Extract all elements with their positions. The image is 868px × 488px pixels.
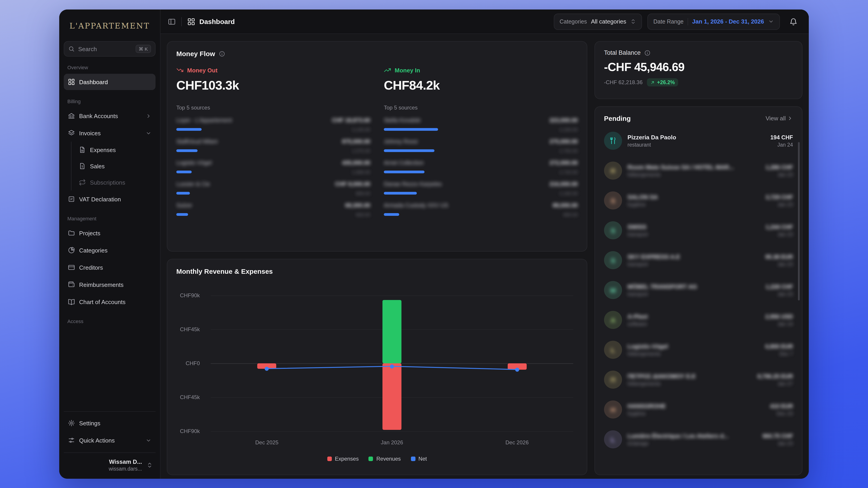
sidebar-item-label: Quick Actions	[79, 437, 115, 444]
avatar-letter: A	[611, 316, 616, 324]
sidebar-item-label: Reimbursements	[79, 281, 124, 288]
pending-date: Jan 23	[766, 202, 793, 207]
view-all-link[interactable]: View all	[766, 115, 793, 122]
source-row: Lussier & Cie CHF 8,000.00 889.00	[176, 181, 370, 196]
nav-children: Expenses $ Sales Subscriptions	[71, 142, 156, 191]
sidebar: L'APPARTEMENT Search ⌘ K Overview Dashbo…	[59, 9, 160, 479]
total-balance-amount: -CHF 45,946.69	[604, 60, 793, 74]
sidebar-item-chart-of-accounts[interactable]: Chart of Accounts	[64, 294, 156, 310]
categories-filter[interactable]: Categories All categories	[554, 13, 642, 30]
date-range-label: Date Range	[653, 18, 684, 25]
sidebar-item-sales[interactable]: $ Sales	[74, 159, 156, 174]
chevron-down-icon	[146, 130, 151, 136]
pending-item[interactable]: A A-Plast software 2,956 USD Jan 14	[604, 305, 793, 335]
money-in-column: Money In CHF84.2k Top 5 sources Stella K…	[384, 59, 578, 217]
pending-item[interactable]: Π ΠΕΤΡΟΣ ΔΙΑΚΟΜΟΥ Ε.Ε hébergements 8,796…	[604, 365, 793, 395]
x-tick-label: Jan 2026	[381, 439, 403, 446]
source-bar	[384, 128, 438, 131]
sidebar-item-vat-declaration[interactable]: VAT Declaration	[64, 191, 156, 207]
sidebar-item-subscriptions[interactable]: Subscriptions	[74, 175, 156, 190]
sidebar-item-categories[interactable]: Categories	[64, 242, 156, 258]
sidebar-nav: Overview DashboardBilling Bank Accounts …	[64, 57, 156, 327]
avatar-letter: S	[611, 197, 615, 204]
pending-category: transport	[627, 291, 760, 297]
nav-section-label: Management	[64, 208, 156, 224]
sidebar-item-projects[interactable]: Projects	[64, 225, 156, 241]
pending-item[interactable]: R Room Mate Suisse SA / HOTEL MAR... héb…	[604, 156, 793, 185]
date-range-filter[interactable]: Date Range Jan 1, 2026 - Dec 31, 2026	[648, 13, 780, 30]
source-amount: 223,000.00	[550, 117, 578, 123]
pending-category: hébergements	[627, 172, 760, 177]
pending-item[interactable]: H HANSGROHE hygiène 410 EUR Dec 23	[604, 395, 793, 424]
info-icon[interactable]	[219, 51, 225, 57]
user-menu[interactable]: Wissam D... wissam.dars...	[64, 453, 156, 473]
sidebar-item-bank-accounts[interactable]: Bank Accounts	[64, 108, 156, 124]
chart-legend: Expenses Revenues Net	[167, 456, 587, 462]
pending-amount: 2,956 USD	[765, 313, 793, 320]
net-point	[390, 364, 394, 368]
pending-amount: 6,800 EUR	[765, 343, 793, 349]
avatar-letter: L	[611, 346, 615, 354]
sidebar-item-label: Invoices	[79, 130, 101, 137]
sidebar-item-reimbursements[interactable]: Reimbursements	[64, 277, 156, 293]
pending-avatar: Π	[604, 371, 622, 389]
y-tick-label: CHF0	[186, 360, 200, 367]
legend-item-expenses: Expenses	[327, 456, 359, 462]
pending-name: Room Mate Suisse SA / HOTEL MAR...	[627, 164, 760, 171]
pending-date: Dec 7	[765, 351, 793, 356]
source-amount: CHF 8,000.00	[335, 181, 370, 187]
pending-item[interactable]: S SWISS transport 1,244 CHF Jan 23	[604, 216, 793, 245]
source-subamount: 880.00	[563, 212, 578, 217]
source-name: Lussier & Cie	[176, 181, 210, 187]
pie-icon	[68, 247, 75, 254]
sidebar-item-creditors[interactable]: Creditors	[64, 259, 156, 276]
sidebar-item-dashboard[interactable]: Dashboard	[64, 74, 156, 90]
notifications-button[interactable]	[785, 13, 802, 30]
info-icon[interactable]	[644, 50, 651, 56]
pending-item[interactable]: S SALON SA hygiène 3,729 CHF Jan 23	[604, 185, 793, 216]
legend-label: Expenses	[335, 456, 359, 462]
sidebar-item-expenses[interactable]: Expenses	[74, 142, 156, 157]
pending-item[interactable]: M MÖBEL TRANSPORT AG transport 1,228 CHF…	[604, 275, 793, 305]
source-amount: 272,000.00	[550, 160, 578, 166]
source-amount: 875,000.00	[342, 139, 370, 145]
source-bar	[384, 171, 425, 173]
sidebar-item-settings[interactable]: Settings	[64, 415, 156, 431]
source-amount: 275,000.00	[550, 139, 578, 145]
pending-item[interactable]: L Lumière Électrique / Les Ateliers d...…	[604, 424, 793, 454]
pending-avatar: A	[604, 311, 622, 329]
pending-amount: 8,796.25 EUR	[757, 373, 793, 379]
pending-item[interactable]: Pizzeria Da Paolo restaurant 194 CHF Jan…	[604, 126, 793, 156]
sidebar-item-label: Bank Accounts	[79, 112, 118, 119]
content: Money Flow Money Out CHF103.3k Top 5 sou…	[160, 34, 809, 479]
legend-label: Revenues	[376, 456, 401, 462]
pending-item[interactable]: L Logistic-Vögel hébergements 6,800 EUR …	[604, 335, 793, 365]
source-row: Sulzer 68,300.00 683.00	[176, 202, 370, 217]
search-input[interactable]: Search ⌘ K	[64, 41, 156, 57]
bell-icon	[789, 18, 798, 26]
pending-amount: 1,228 CHF	[766, 284, 793, 290]
sidebar-item-invoices[interactable]: Invoices	[64, 125, 156, 141]
layers-icon	[68, 130, 75, 137]
pending-title: Pending	[604, 114, 631, 122]
pending-scrollbar[interactable]	[798, 142, 800, 300]
source-subamount: 889.00	[356, 191, 370, 196]
search-shortcut: ⌘ K	[135, 45, 151, 53]
source-name: Armada Custody XXV US	[384, 202, 448, 209]
sidebar-toggle-icon[interactable]	[168, 18, 176, 26]
card-icon	[68, 264, 75, 271]
search-placeholder: Search	[78, 46, 97, 52]
pending-date: Dec 23	[770, 411, 793, 416]
gear-icon	[68, 420, 75, 427]
pending-category: éclairage	[627, 441, 757, 446]
pending-amount: 1,286 CHF	[766, 164, 793, 170]
source-row: Staffcloud Milani 875,000.00 1,575.00	[176, 139, 370, 153]
pending-item[interactable]: S SKY EXPRESS A.E transport 95.38 EUR Ja…	[604, 245, 793, 275]
pending-category: restaurant	[627, 142, 765, 147]
sidebar-item-quick-actions[interactable]: Quick Actions	[64, 432, 156, 449]
nav-section-label: Billing	[64, 90, 156, 107]
y-tick-label: CHF45k	[180, 326, 200, 333]
sidebar-item-label: Sales	[90, 163, 105, 169]
pending-category: hygiène	[627, 202, 760, 207]
source-subamount: 2,750.00	[559, 148, 578, 153]
